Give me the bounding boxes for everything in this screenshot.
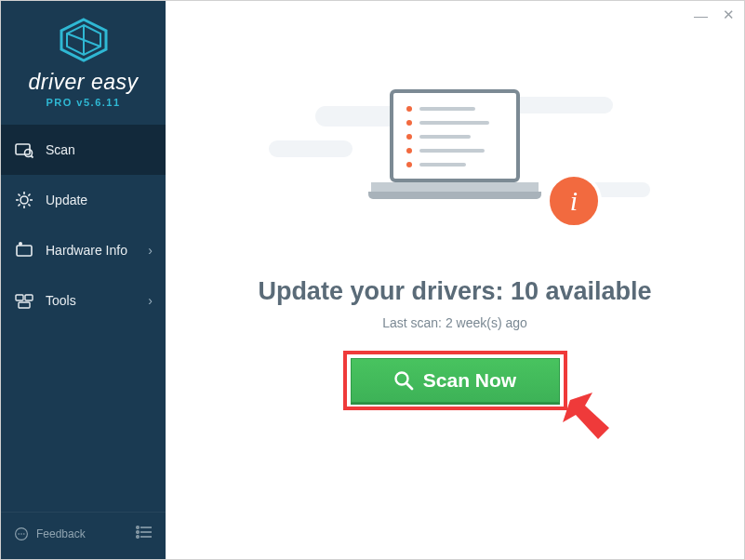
search-icon (393, 370, 414, 391)
svg-line-32 (406, 383, 412, 389)
scan-button-label: Scan Now (423, 369, 516, 392)
svg-point-29 (137, 536, 139, 538)
svg-point-27 (137, 531, 139, 533)
nav-hardware-info[interactable]: Hardware Info › (1, 225, 166, 275)
nav-scan[interactable]: Scan (1, 125, 166, 175)
nav-label: Hardware Info (46, 243, 127, 258)
nav-update[interactable]: Update (1, 175, 166, 225)
nav-label: Scan (46, 142, 75, 157)
scan-button-highlight: Scan Now (343, 351, 567, 410)
brand-name: driver easy (1, 70, 166, 95)
last-scan-text: Last scan: 2 week(s) ago (166, 315, 744, 330)
available-count: 10 (511, 277, 539, 305)
hardware-icon (14, 240, 34, 260)
svg-point-7 (20, 196, 28, 204)
svg-line-15 (28, 194, 30, 196)
update-gear-icon (14, 190, 34, 210)
laptop-illustration: i (325, 89, 585, 247)
scan-icon (14, 140, 34, 160)
feedback-label: Feedback (36, 527, 86, 540)
info-badge-icon: i (546, 173, 602, 229)
svg-line-14 (19, 204, 20, 206)
heading-prefix: Update your drivers: (258, 277, 511, 305)
svg-point-25 (137, 527, 139, 528)
nav-label: Update (46, 193, 87, 207)
nav: Scan Update Hardware Info › Tools (1, 125, 166, 326)
svg-point-22 (18, 533, 20, 535)
svg-line-12 (19, 194, 20, 196)
chat-icon (14, 527, 29, 541)
annotation-arrow-icon (553, 388, 628, 457)
nav-label: Tools (46, 293, 76, 308)
svg-point-24 (23, 533, 25, 535)
titlebar: — ✕ (166, 1, 744, 29)
feedback-link[interactable]: Feedback (14, 527, 86, 541)
close-button[interactable]: ✕ (723, 7, 735, 23)
sidebar: driver easy PRO v5.6.11 Scan Update H (1, 1, 166, 559)
svg-line-6 (32, 156, 33, 158)
scan-now-button[interactable]: Scan Now (351, 358, 560, 403)
logo-icon (58, 18, 110, 66)
svg-line-13 (28, 204, 30, 206)
svg-point-17 (19, 242, 22, 246)
svg-rect-20 (19, 302, 30, 308)
main-panel: — ✕ i (166, 1, 744, 559)
svg-rect-16 (17, 246, 32, 256)
chevron-right-icon: › (148, 243, 153, 258)
sidebar-footer: Feedback (1, 512, 166, 559)
svg-marker-33 (563, 393, 609, 439)
brand-version: PRO v5.6.11 (1, 97, 166, 108)
chevron-right-icon: › (148, 293, 153, 308)
logo-area: driver easy PRO v5.6.11 (1, 1, 166, 119)
svg-rect-19 (25, 295, 33, 300)
minimize-button[interactable]: — (694, 7, 708, 23)
menu-list-icon[interactable] (136, 526, 153, 542)
nav-tools[interactable]: Tools › (1, 275, 166, 326)
svg-point-5 (25, 150, 33, 157)
svg-point-23 (20, 533, 22, 535)
heading-suffix: available (539, 277, 652, 305)
page-heading: Update your drivers: 10 available (166, 277, 744, 306)
content-area: i Update your drivers: 10 available Last… (166, 29, 744, 410)
tools-icon (14, 290, 34, 311)
app-window: driver easy PRO v5.6.11 Scan Update H (0, 0, 745, 560)
svg-rect-18 (16, 295, 23, 300)
